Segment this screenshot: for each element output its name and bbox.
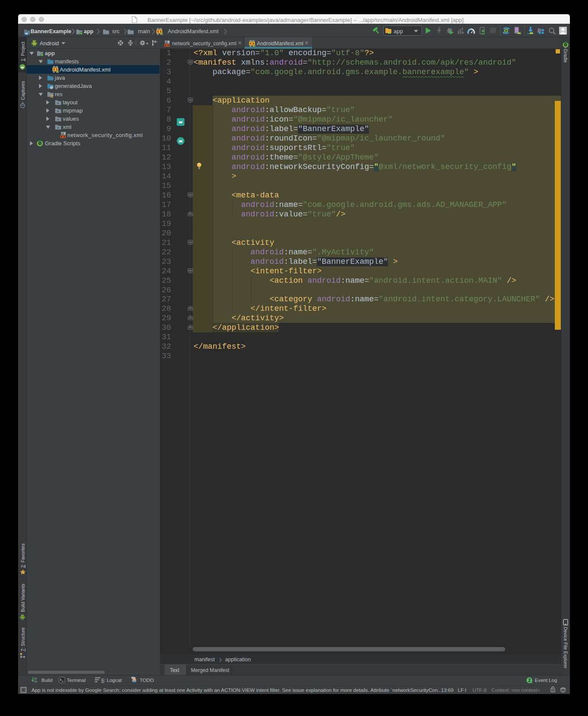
svg-text:2: 2 xyxy=(528,678,531,683)
svg-text:10: 10 xyxy=(34,680,37,683)
svg-text:01: 01 xyxy=(34,677,37,680)
